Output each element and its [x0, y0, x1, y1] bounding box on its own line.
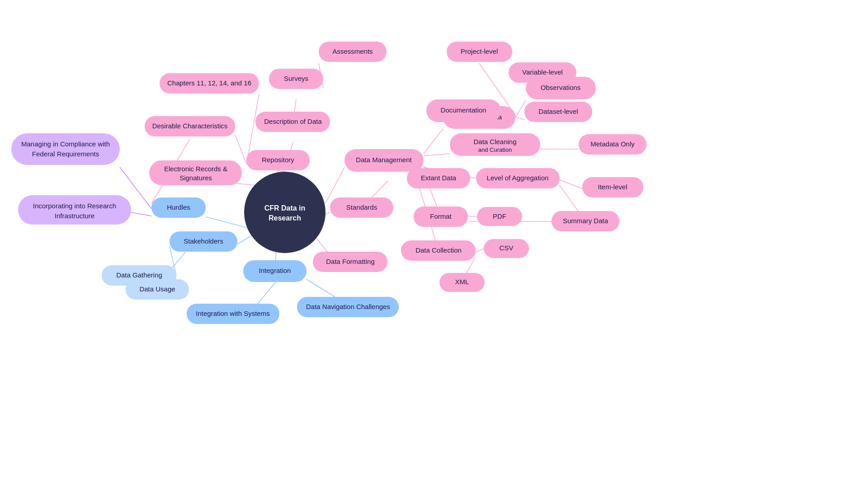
project-level-label: Project-level — [461, 47, 498, 55]
data-formatting-label: Data Formatting — [326, 258, 375, 265]
svg-line-29 — [468, 216, 477, 217]
svg-line-31 — [476, 249, 484, 252]
integration-label: Integration — [259, 267, 291, 274]
dataset-level-label: Dataset-level — [538, 108, 578, 115]
level-aggregation-label: Level of Aggregation — [487, 174, 549, 182]
svg-line-1 — [278, 171, 285, 172]
assessments-label: Assessments — [332, 47, 373, 55]
svg-line-21 — [515, 100, 526, 117]
observations-label: Observations — [541, 84, 580, 91]
electronic-records-label2: Signatures — [179, 174, 212, 182]
svg-line-18 — [424, 154, 450, 156]
hurdles-label: Hurdles — [167, 203, 190, 211]
incorporating-label2: Infrastructure — [55, 212, 94, 220]
data-cleaning-label2: and Curation — [478, 146, 512, 153]
format-label: Format — [430, 212, 452, 220]
center-label2: Research — [269, 214, 301, 222]
pdf-label: PDF — [493, 212, 506, 220]
repository-label: Repository — [262, 156, 294, 164]
managing-label1: Managing in Compliance with — [21, 140, 110, 148]
svg-line-14 — [424, 129, 443, 154]
description-of-data-label: Description of Data — [264, 117, 322, 125]
item-level-label: Item-level — [598, 183, 627, 191]
center-circle[interactable] — [244, 172, 326, 253]
csv-label: CSV — [500, 244, 514, 252]
data-management-label: Data Management — [356, 156, 412, 164]
desirable-label: Desirable Characteristics — [152, 122, 228, 130]
summary-data-label: Summary Data — [563, 217, 609, 225]
svg-line-27 — [560, 180, 583, 189]
managing-label2: Federal Requirements — [32, 150, 99, 158]
svg-line-38 — [258, 282, 276, 304]
data-nav-label: Data Navigation Challenges — [306, 303, 390, 310]
extant-data-label: Extant Data — [421, 174, 457, 182]
center-label1: CFR Data in — [264, 204, 306, 212]
electronic-records-label1: Electronic Records & — [164, 165, 227, 173]
data-gathering-label: Data Gathering — [116, 271, 162, 279]
stakeholders-label: Stakeholders — [184, 237, 223, 245]
chapters-label: Chapters 11, 12, 14, and 16 — [167, 79, 251, 87]
data-usage-label: Data Usage — [139, 285, 175, 293]
xml-label: XML — [455, 278, 469, 286]
svg-line-6 — [237, 235, 253, 244]
variable-level-label: Variable-level — [522, 68, 563, 76]
integration-systems-label: Integration with Systems — [196, 310, 269, 317]
documentation-label: Documentation — [441, 106, 486, 114]
data-cleaning-label1: Data Cleaning — [473, 138, 516, 145]
data-collection-label: Data Collection — [415, 246, 462, 254]
metadata-only-label: Metadata Only — [590, 140, 635, 148]
svg-line-34 — [131, 212, 151, 216]
managing-node[interactable] — [11, 133, 120, 165]
incorporating-node[interactable] — [18, 195, 131, 225]
standards-label: Standards — [346, 203, 377, 211]
svg-line-11 — [235, 135, 247, 165]
incorporating-label1: Incorporating into Research — [33, 202, 116, 210]
mind-map: Data Management Source of Data Observati… — [0, 0, 868, 488]
surveys-label: Surveys — [284, 75, 308, 82]
